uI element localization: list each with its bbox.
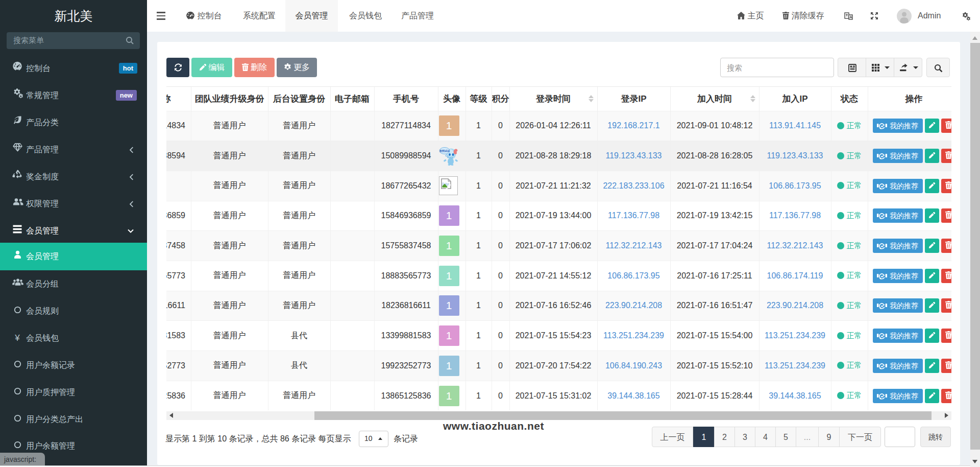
svg-text:发图试试: 发图试试	[439, 149, 450, 153]
